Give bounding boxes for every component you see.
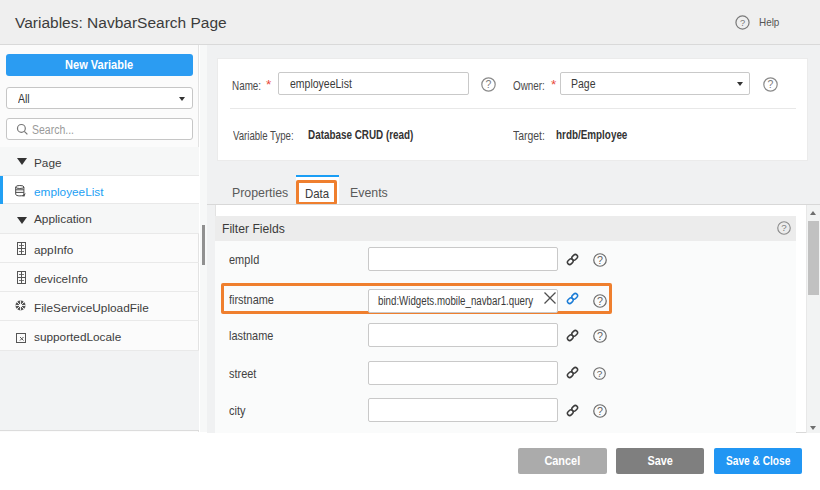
svg-text:?: ? xyxy=(597,330,603,342)
svg-text:?: ? xyxy=(486,78,492,90)
svg-text:?: ? xyxy=(597,294,603,306)
svg-text:?: ? xyxy=(740,17,745,27)
svg-text:?: ? xyxy=(768,78,774,90)
svg-text:?: ? xyxy=(597,368,603,379)
svg-text:?: ? xyxy=(597,405,603,417)
svg-text:?: ? xyxy=(597,254,603,266)
svg-text:?: ? xyxy=(781,222,787,233)
